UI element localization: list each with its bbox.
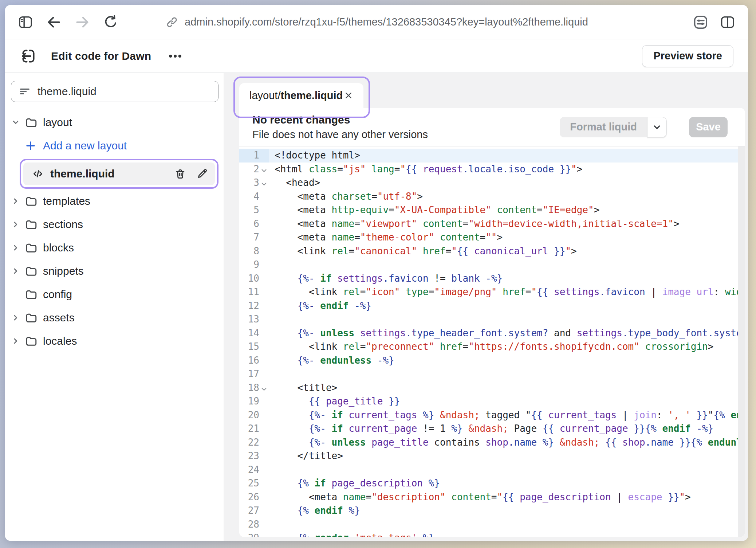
sidebar-toggle-icon[interactable] — [16, 13, 35, 32]
fold-chevron-icon[interactable] — [259, 381, 269, 395]
folder-item-templates[interactable]: templates — [11, 191, 218, 211]
code-line: 10 {%- if settings.favicon != blank -%} — [239, 272, 745, 286]
rename-file-icon[interactable] — [196, 168, 208, 180]
plus-icon — [25, 140, 42, 152]
folder-item-layout[interactable]: layout — [11, 112, 218, 133]
reload-icon[interactable] — [101, 13, 120, 32]
code-line: 20 {%- if current_tags %} &ndash; tagged… — [239, 408, 745, 422]
code-line: 6 <meta name="viewport" content="width=d… — [239, 217, 745, 231]
tree-item-label: templates — [43, 195, 90, 207]
code-file-icon — [31, 167, 44, 180]
format-liquid-button[interactable]: Format liquid — [560, 117, 647, 137]
version-status-heading: No recent changes — [252, 114, 428, 126]
address-bar[interactable]: admin.shopify.com/store/rzq1xu-f5/themes… — [165, 15, 588, 29]
link-icon — [165, 15, 179, 29]
tree-item-label: snippets — [43, 265, 84, 277]
code-line: 23 </title> — [239, 449, 745, 463]
folder-icon — [25, 195, 42, 208]
code-line: 14 {%- unless settings.type_header_font.… — [239, 326, 745, 340]
line-number: 29 — [239, 531, 259, 537]
code-line: 16 {%- endunless -%} — [239, 354, 745, 368]
tree-item-label: locales — [43, 335, 77, 347]
fold-chevron-icon[interactable] — [259, 176, 269, 190]
line-number: 24 — [239, 463, 259, 477]
tab-file-label: theme.liquid — [280, 90, 343, 102]
chevron-right-icon[interactable] — [11, 313, 25, 322]
code-line: 8 <link rel="canonical" href="{{ canonic… — [239, 244, 745, 258]
folder-item-config[interactable]: config — [11, 284, 218, 305]
format-options-dropdown[interactable] — [647, 117, 667, 137]
chevron-right-icon[interactable] — [11, 220, 25, 229]
file-tree-sidebar: layoutAdd a new layouttheme.liquidtempla… — [5, 73, 224, 541]
add-layout-link[interactable]: Add a new layout — [11, 136, 218, 156]
tree-item-label: sections — [43, 218, 83, 231]
code-editor[interactable]: 1<!doctype html>2<html class="js" lang="… — [239, 146, 745, 537]
code-line: 26 <meta name="description" content="{{ … — [239, 490, 745, 504]
tree-item-label: blocks — [43, 242, 74, 254]
delete-file-icon[interactable] — [174, 168, 186, 180]
save-button[interactable]: Save — [689, 117, 728, 137]
folder-item-locales[interactable]: locales — [11, 331, 218, 351]
code-line: 27 {% endif %} — [239, 504, 745, 518]
chevron-right-icon[interactable] — [11, 243, 25, 253]
file-tree: layoutAdd a new layouttheme.liquidtempla… — [11, 112, 218, 351]
version-status-subtext: File does not have any other versions — [252, 129, 428, 141]
folder-item-blocks[interactable]: blocks — [11, 238, 218, 258]
line-number: 12 — [239, 299, 259, 313]
code-text: <meta name="description" content="{{ pag… — [269, 490, 745, 504]
code-text: {{ page_title }} — [269, 395, 745, 408]
line-number: 23 — [239, 449, 259, 463]
split-view-icon[interactable] — [718, 13, 737, 32]
tree-item-label: config — [43, 288, 72, 301]
line-number: 22 — [239, 436, 259, 450]
chevron-right-icon[interactable] — [11, 336, 25, 346]
chevron-right-icon[interactable] — [11, 266, 25, 276]
line-number: 17 — [239, 367, 259, 381]
browser-window: admin.shopify.com/store/rzq1xu-f5/themes… — [5, 5, 748, 541]
code-text: {%- if current_tags %} &ndash; tagged "{… — [269, 408, 745, 422]
back-button-icon[interactable] — [44, 13, 63, 32]
chevron-right-icon[interactable] — [11, 196, 25, 206]
code-line: 17 — [239, 367, 745, 381]
browser-settings-icon[interactable] — [691, 13, 710, 32]
tab-theme-liquid[interactable]: layout/theme.liquid — [239, 83, 363, 108]
code-text: {%- if current_page != 1 %} &ndash; Page… — [269, 422, 745, 436]
folder-icon — [25, 288, 42, 301]
folder-item-snippets[interactable]: snippets — [11, 261, 218, 281]
preview-store-button[interactable]: Preview store — [642, 45, 733, 67]
code-text: <title> — [269, 381, 745, 395]
folder-icon — [25, 311, 42, 324]
editor-scrollbar-track[interactable] — [738, 146, 745, 537]
line-number: 19 — [239, 395, 259, 408]
fold-chevron-icon[interactable] — [259, 163, 269, 176]
line-number: 27 — [239, 504, 259, 518]
line-number: 8 — [239, 244, 259, 258]
line-number: 3 — [239, 176, 259, 190]
code-line: 18 <title> — [239, 381, 745, 395]
file-filter-input[interactable] — [38, 85, 211, 98]
toolbar-divider — [678, 115, 678, 139]
more-options-icon[interactable] — [167, 48, 183, 64]
code-text: {%- endif -%} — [269, 299, 745, 313]
code-text: {%- unless settings.type_header_font.sys… — [269, 326, 745, 340]
tree-item-label: layout — [43, 116, 72, 129]
code-line: 19 {{ page_title }} — [239, 395, 745, 408]
tab-path-label: layout/ — [249, 90, 280, 102]
forward-button-icon[interactable] — [73, 13, 92, 32]
exit-editor-icon[interactable] — [20, 47, 37, 65]
line-number: 14 — [239, 326, 259, 340]
code-line: 15 <link rel="preconnect" href="https://… — [239, 340, 745, 354]
code-text: <meta http-equiv="X-UA-Compatible" conte… — [269, 203, 745, 217]
code-line: 11 <link rel="icon" type="image/png" hre… — [239, 285, 745, 299]
file-filter-box[interactable] — [11, 81, 218, 102]
folder-item-assets[interactable]: assets — [11, 308, 218, 328]
file-item-theme.liquid[interactable]: theme.liquid — [23, 163, 215, 185]
page-title: Edit code for Dawn — [51, 50, 151, 62]
chevron-down-icon[interactable] — [11, 118, 25, 127]
folder-item-sections[interactable]: sections — [11, 214, 218, 235]
selected-file-highlight-annotation: theme.liquid — [20, 159, 218, 189]
line-number: 18 — [239, 381, 259, 395]
code-line: 29 {% render 'meta-tags' %} — [239, 531, 745, 537]
close-tab-icon[interactable] — [343, 90, 354, 101]
code-text — [269, 313, 745, 326]
